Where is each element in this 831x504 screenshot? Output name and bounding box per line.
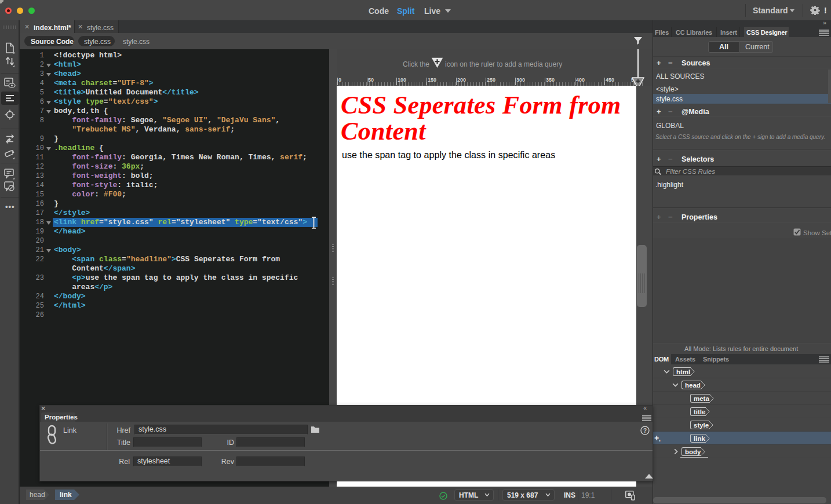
svg-text:?: ? bbox=[643, 428, 647, 434]
